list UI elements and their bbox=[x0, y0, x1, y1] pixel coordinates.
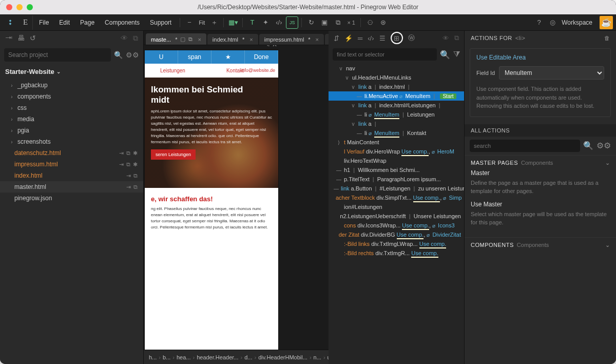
fit-label[interactable]: Fit bbox=[197, 20, 207, 26]
file-tab[interactable]: impressum.html*× bbox=[259, 34, 324, 45]
panel-toggle-icon[interactable]: ⭲ bbox=[5, 34, 12, 42]
minimize-window-button[interactable] bbox=[16, 4, 23, 10]
trash-icon[interactable]: 🗑 bbox=[604, 35, 610, 41]
add-component-icon[interactable]: ⊞ bbox=[391, 32, 403, 44]
breadcrumb-item[interactable]: n... bbox=[314, 354, 321, 360]
refresh-icon[interactable]: ↻ bbox=[305, 16, 317, 29]
dom-tree-row[interactable]: ⟩t MainContent bbox=[329, 138, 464, 147]
dom-search-input[interactable] bbox=[333, 48, 437, 61]
screenshot-icon[interactable]: ▣ bbox=[318, 16, 331, 29]
settings-icon[interactable]: ⚙⚙ bbox=[596, 141, 611, 150]
file-item[interactable]: index.html⇥ ⧉ bbox=[0, 170, 143, 181]
wordpress-icon[interactable]: ⓦ bbox=[408, 33, 415, 43]
dom-tree-row[interactable]: ion#Leistungen bbox=[329, 202, 464, 212]
dom-tree-row[interactable]: —li ⌀ MenuItem | Kontakt bbox=[329, 128, 464, 138]
project-search-input[interactable] bbox=[4, 48, 111, 62]
breadcrumb-item[interactable]: b... bbox=[163, 354, 170, 360]
menu-edit[interactable]: Edit bbox=[54, 19, 75, 26]
preview-toolbar-item[interactable]: span bbox=[178, 50, 211, 64]
dom-tree-row[interactable]: n2.LeistungenUeberschrift | Unsere Leist… bbox=[329, 212, 464, 221]
preview-close-icon[interactable]: ✕ bbox=[272, 45, 277, 48]
dom-tree-row[interactable]: —p.TitelText | ParagraphLorem ipsum... bbox=[329, 175, 464, 184]
folder-item[interactable]: ›media bbox=[0, 113, 143, 125]
help-icon[interactable]: ? bbox=[533, 16, 545, 29]
multiplier-label[interactable]: × 1 bbox=[345, 20, 357, 26]
action-option[interactable]: Master bbox=[471, 169, 610, 177]
tree-opt-icon[interactable]: ☰ bbox=[379, 34, 386, 42]
pinegrow-logo-icon[interactable] bbox=[3, 15, 17, 30]
dom-tree-row[interactable]: der Zitat div.DividerBG Use comp., ⌀ Div… bbox=[329, 230, 464, 239]
drawer-icon[interactable]: ⧉ bbox=[454, 34, 459, 42]
preview-toolbar-item[interactable]: Done bbox=[245, 50, 278, 64]
actions-search-input[interactable] bbox=[470, 140, 580, 152]
dom-tree-row[interactable]: vnav bbox=[329, 64, 464, 73]
dom-tree-row[interactable]: :-Bild links div.TxtImgLWrap... Use comp… bbox=[329, 239, 464, 248]
maximize-window-button[interactable] bbox=[27, 4, 33, 10]
tree-opt-icon[interactable]: ⇵ bbox=[334, 34, 339, 42]
coffee-icon[interactable]: ☕ bbox=[600, 16, 613, 29]
breadcrumb-item[interactable]: d... bbox=[244, 354, 252, 360]
dom-tree-row[interactable]: vul.HeaderLHMenuLinks bbox=[329, 73, 464, 82]
dom-tree-row[interactable]: —li ⌀ MenuItem | Leistungen bbox=[329, 110, 464, 119]
dom-tree-row[interactable]: —link a.Button | #Leistungen | zu unsere… bbox=[329, 184, 464, 193]
search-icon[interactable]: 🔍 bbox=[440, 50, 450, 60]
zoom-out-icon[interactable]: − bbox=[183, 16, 196, 29]
visibility-icon[interactable]: ⦵ bbox=[364, 16, 376, 29]
dom-tree-row[interactable]: l Verlauf div.HeroWrap Use comp., ⌀ Hero… bbox=[329, 147, 464, 156]
text-tool-icon[interactable]: T bbox=[246, 16, 258, 29]
folder-item[interactable]: ›pgia bbox=[0, 125, 143, 136]
breadcrumb-item[interactable]: div.HeaderHMobil... bbox=[258, 354, 307, 360]
js-tool-icon[interactable]: JS bbox=[286, 16, 298, 29]
menu-page[interactable]: Page bbox=[75, 19, 100, 26]
menu-components[interactable]: Components bbox=[100, 19, 145, 26]
dom-tree-row[interactable]: acher Textblock div.SimplTxt... Use comp… bbox=[329, 193, 464, 202]
file-tab[interactable]: index.html*× bbox=[207, 34, 258, 45]
eye-icon[interactable]: 👁 bbox=[121, 34, 128, 42]
page-preview[interactable]: ✎ ✕ Uspan★Done info@website.de Leistunge… bbox=[145, 50, 278, 350]
close-window-button[interactable] bbox=[6, 4, 12, 10]
menu-file[interactable]: File bbox=[34, 19, 54, 26]
drawer-icon[interactable]: ⧉ bbox=[133, 34, 138, 43]
filter-icon[interactable]: ⧩ bbox=[453, 50, 460, 59]
undo-icon[interactable]: ↺ bbox=[30, 34, 36, 42]
print-icon[interactable]: 🖶 bbox=[17, 34, 25, 42]
group-header[interactable]: COMPONENTS Components⌄ bbox=[471, 242, 610, 248]
preview-toolbar-item[interactable]: ★ bbox=[211, 50, 245, 64]
breadcrumb-item[interactable]: h... bbox=[149, 354, 157, 360]
folder-item[interactable]: ›_pgbackup bbox=[0, 80, 143, 91]
file-item[interactable]: pinegrow.json bbox=[0, 193, 143, 204]
folder-item[interactable]: ›css bbox=[0, 102, 143, 113]
app-menu-icon[interactable]: E bbox=[18, 15, 33, 30]
file-item[interactable]: impressum.html⇥ ⧉ ✱ bbox=[0, 159, 143, 170]
tree-opt-icon[interactable]: ═ bbox=[358, 34, 362, 42]
device-dropdown-icon[interactable]: ▦▾ bbox=[227, 16, 239, 29]
preview-edit-icon[interactable]: ✎ bbox=[265, 45, 270, 48]
tree-code-icon[interactable]: ‹/› bbox=[368, 34, 374, 42]
menu-support[interactable]: Support bbox=[145, 19, 177, 26]
file-tab[interactable]: maste...*▢⧉× bbox=[146, 33, 206, 45]
dom-tree-row[interactable]: —h1 | Willkommen bei Schmi... bbox=[329, 165, 464, 175]
window-icon[interactable]: ⧉ bbox=[332, 16, 344, 29]
dom-tree-row[interactable]: —li.MenuActive ⌀ MenuItem | Start bbox=[329, 91, 464, 101]
search-icon[interactable]: 🔍 bbox=[114, 51, 123, 59]
dom-tree-row[interactable]: :-Bild rechts div.TxtImgR... Use comp. bbox=[329, 248, 464, 258]
dom-tree-row[interactable]: cons div.Icons3Wrap... Use comp., ⌀ Icon… bbox=[329, 221, 464, 230]
tour-icon[interactable]: ◎ bbox=[546, 16, 559, 29]
group-header[interactable]: MASTER PAGES Components⌄ bbox=[471, 160, 610, 166]
action-option[interactable]: Use Master bbox=[471, 201, 610, 208]
search-icon[interactable]: 🔍 bbox=[583, 141, 593, 150]
dom-tree-row[interactable]: vlink a | index.html#Leistungen | bbox=[329, 101, 464, 110]
field-id-select[interactable]: MenuItem bbox=[499, 66, 604, 80]
dom-tree-row[interactable]: vlink a | index.html | bbox=[329, 82, 464, 91]
tree-opt-icon[interactable]: ⚡ bbox=[344, 34, 353, 42]
css-tool-icon[interactable]: ✦ bbox=[259, 16, 272, 29]
folder-item[interactable]: ›components bbox=[0, 91, 143, 102]
editable-area-link[interactable]: Use Editable Area bbox=[476, 54, 604, 61]
breadcrumb-item[interactable]: header.Header... bbox=[197, 354, 238, 360]
eye-icon[interactable]: 👁 bbox=[442, 34, 449, 42]
globe-icon[interactable]: ⊛ bbox=[377, 16, 390, 29]
project-dropdown[interactable]: Starter-Website⌄ bbox=[0, 65, 143, 79]
settings-icon[interactable]: ⚙⚙ bbox=[126, 51, 139, 59]
zoom-in-icon[interactable]: ＋ bbox=[208, 16, 220, 29]
file-item[interactable]: datenschutz.html⇥ ⧉ ✱ bbox=[0, 147, 143, 159]
